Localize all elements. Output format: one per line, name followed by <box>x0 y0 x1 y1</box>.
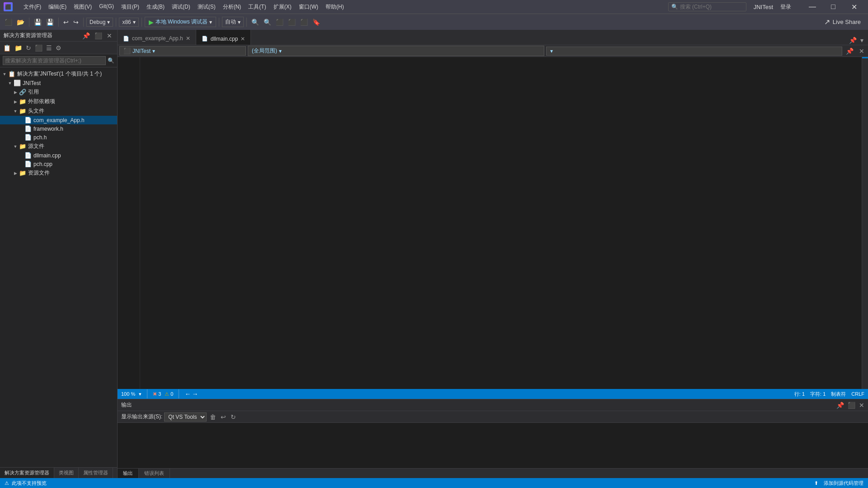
signin-button[interactable]: 登录 <box>780 3 791 11</box>
code-editor[interactable] <box>140 57 862 389</box>
minimize-button[interactable]: — <box>802 0 823 14</box>
output-tab-errors[interactable]: 错误列表 <box>139 469 170 478</box>
se-search-input[interactable] <box>3 56 106 65</box>
tree-item-references[interactable]: ▶ 🔗 引用 <box>0 87 117 97</box>
tree-item-framework-h[interactable]: 📄 framework.h <box>0 124 117 133</box>
se-close-icon[interactable]: ✕ <box>105 31 113 40</box>
output-clear-icon[interactable]: 🗑 <box>208 412 217 422</box>
save-all-button[interactable]: 💾 <box>44 17 56 27</box>
warning-count[interactable]: ⚠ 0 <box>165 391 173 397</box>
output-pin-icon[interactable]: 📌 <box>836 402 844 409</box>
tree-item-extern-deps[interactable]: ▶ 📁 外部依赖项 <box>0 97 117 106</box>
close-button[interactable]: ✕ <box>844 0 864 14</box>
save-button[interactable]: 💾 <box>32 17 43 27</box>
tab-list-icon[interactable]: ▾ <box>859 36 865 45</box>
run-debug-button[interactable]: ▶ 本地 Windows 调试器 ▾ <box>145 17 216 27</box>
tree-item-solution[interactable]: ▼ 📋 解决方案'JNITest'(1 个项目/共 1 个) <box>0 69 117 79</box>
redo-button[interactable]: ↪ <box>71 17 80 27</box>
search-box[interactable]: 🔍 <box>668 2 746 11</box>
zoom-chevron[interactable]: ▾ <box>139 391 142 397</box>
config-dropdown[interactable]: Debug ▾ <box>86 18 113 27</box>
undo-button[interactable]: ↩ <box>61 17 71 27</box>
se-tab-solution[interactable]: 解决方案资源管理器 <box>0 468 54 478</box>
se-tab-property[interactable]: 属性管理器 <box>79 468 113 478</box>
se-pin-icon[interactable]: 📌 <box>81 31 91 40</box>
output-close-icon[interactable]: ✕ <box>859 402 864 409</box>
step-over-button[interactable]: ⬛ <box>286 17 297 27</box>
step-into-button[interactable]: ⬛ <box>298 17 310 27</box>
tree-item-headers[interactable]: ▼ 📁 头文件 <box>0 106 117 116</box>
solution-explorer: 解决方案资源管理器 📌 ⬛ ✕ 📋 📁 ↻ ⬛ ☰ ⚙ 🔍 ▼ 📋 解决方案'J… <box>0 30 118 478</box>
project-name: JNITest <box>754 4 773 10</box>
editor-tab-com-example-app-h[interactable]: 📄 com_example_App.h ✕ <box>118 30 196 45</box>
headers-icon: 📁 <box>19 108 26 114</box>
nav-next-icon[interactable]: → <box>192 390 198 398</box>
menu-item-项目P[interactable]: 项目(P) <box>118 1 143 13</box>
nav-prev-icon[interactable]: ← <box>184 390 191 398</box>
new-project-button[interactable]: ⬛ <box>3 17 14 27</box>
member-context-dropdown[interactable]: ▾ <box>546 47 843 56</box>
se-filter-icon[interactable]: ☰ <box>45 43 53 52</box>
menu-item-窗口W[interactable]: 窗口(W) <box>295 1 322 13</box>
se-properties-icon[interactable]: 📋 <box>2 43 12 52</box>
menu-item-帮助H[interactable]: 帮助(H) <box>322 1 348 13</box>
bookmark-button[interactable]: 🔖 <box>311 17 322 27</box>
status-sep-1 <box>147 389 147 398</box>
menu-item-分析N[interactable]: 分析(N) <box>219 1 245 13</box>
search-toolbar-button[interactable]: 🔍 <box>250 17 261 27</box>
breakpoint-button[interactable]: ⬛ <box>274 17 285 27</box>
platform-dropdown[interactable]: x86 ▾ <box>119 18 138 27</box>
output-tab-output[interactable]: 输出 <box>118 469 139 478</box>
menu-item-生成B[interactable]: 生成(B) <box>143 1 168 13</box>
tab-pin-icon[interactable]: 📌 <box>847 36 859 45</box>
status-sep-2 <box>179 389 179 398</box>
toolbar-separator-5 <box>142 18 142 27</box>
menu-item-调试D[interactable]: 调试(D) <box>168 1 194 13</box>
bottom-left: ⚠ 此项不支持预览 <box>5 480 47 487</box>
maximize-button[interactable]: □ <box>823 0 844 14</box>
output-refresh-icon[interactable]: ↻ <box>229 412 237 422</box>
menu-item-扩展X[interactable]: 扩展(X) <box>270 1 295 13</box>
search-input[interactable] <box>680 4 743 10</box>
se-tab-class[interactable]: 类视图 <box>54 468 79 478</box>
menu-item-视图V[interactable]: 视图(V) <box>70 1 95 13</box>
se-showallfiles-icon[interactable]: 📁 <box>13 43 24 52</box>
live-share-button[interactable]: ↗ Live Share <box>820 16 865 28</box>
output-wrap-icon[interactable]: ↩ <box>219 412 227 422</box>
menu-item-GitG[interactable]: Git(G) <box>95 1 118 13</box>
editor-tab-dllmain-cpp[interactable]: 📄 dllmain.cpp ✕ <box>196 30 251 45</box>
output-toolbar: 显示输出来源(S): Qt VS Tools 🗑 ↩ ↻ <box>118 411 868 423</box>
menu-item-文件F[interactable]: 文件(F) <box>20 1 45 13</box>
h-file-icon: 📄 <box>24 117 32 123</box>
menu-item-编辑E[interactable]: 编辑(E) <box>45 1 70 13</box>
se-collapse-icon[interactable]: ⬛ <box>33 43 44 52</box>
scope-context-dropdown[interactable]: (全局范围) ▾ <box>248 46 544 56</box>
editor-close-icon[interactable]: ✕ <box>857 47 866 56</box>
editor-pin-icon[interactable]: 📌 <box>844 47 855 56</box>
output-dock-icon[interactable]: ⬛ <box>848 402 855 409</box>
output-source-dropdown[interactable]: Qt VS Tools <box>164 412 207 422</box>
toolbar-separator-6 <box>219 18 219 27</box>
source-control-text[interactable]: 添加到源代码管理 <box>824 480 863 487</box>
tree-item-pch-cpp[interactable]: 📄 pch.cpp <box>0 160 117 168</box>
se-dock-icon[interactable]: ⬛ <box>93 31 104 40</box>
tree-item-dllmain-cpp[interactable]: 📄 dllmain.cpp <box>0 151 117 160</box>
zoom-level[interactable]: 100 % <box>121 391 135 397</box>
menu-item-测试S[interactable]: 测试(S) <box>194 1 219 13</box>
menu-item-工具T[interactable]: 工具(T) <box>245 1 269 13</box>
tree-item-sources[interactable]: ▼ 📁 源文件 <box>0 142 117 151</box>
tree-item-com-example-app-h[interactable]: 📄 com_example_App.h <box>0 116 117 124</box>
se-settings-icon[interactable]: ⚙ <box>54 43 63 52</box>
tree-item-pch-h[interactable]: 📄 pch.h <box>0 133 117 142</box>
tree-arrow-jnitest: ▼ <box>7 81 13 85</box>
zoom-in-button[interactable]: 🔍 <box>262 17 273 27</box>
tab-close-dllmain-cpp[interactable]: ✕ <box>241 36 245 42</box>
error-count[interactable]: ✖ 3 <box>153 391 161 397</box>
auto-dropdown[interactable]: 自动 ▾ <box>222 17 244 27</box>
tree-item-jnitest[interactable]: ▼ ⬜ JNITest <box>0 79 117 87</box>
se-refresh-icon[interactable]: ↻ <box>24 43 33 52</box>
tree-item-resources[interactable]: ▶ 📁 资源文件 <box>0 168 117 178</box>
tab-close-com-example-app-h[interactable]: ✕ <box>186 35 190 42</box>
open-button[interactable]: 📂 <box>15 17 26 27</box>
class-context-dropdown[interactable]: ⬛ JNITest ▾ <box>119 46 246 56</box>
